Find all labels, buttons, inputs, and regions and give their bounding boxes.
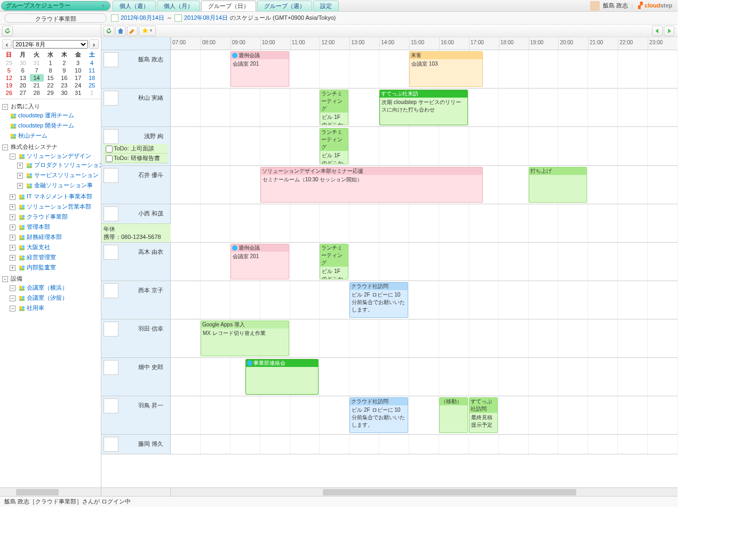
calendar-icon[interactable] xyxy=(111,14,118,22)
calendar-day[interactable]: 10 xyxy=(71,67,85,74)
tree-toggle[interactable]: − xyxy=(10,154,15,159)
tree-toggle[interactable]: − xyxy=(2,276,8,282)
person-avatar[interactable] xyxy=(104,283,118,298)
calendar-day[interactable]: 2 xyxy=(57,59,71,67)
app-selector-button[interactable]: グループスケジューラー▼ xyxy=(1,1,110,11)
calendar-day[interactable]: 29 xyxy=(2,59,16,67)
calendar-day[interactable]: 30 xyxy=(16,59,30,67)
tree-item[interactable]: cloudstep 開発チーム xyxy=(18,122,74,129)
calendar-day[interactable]: 30 xyxy=(57,89,71,97)
calendar-day[interactable]: 5 xyxy=(2,67,16,74)
person-avatar[interactable] xyxy=(104,129,118,144)
tree-toggle[interactable]: + xyxy=(10,245,15,251)
date-to-link[interactable]: 2012年08月14日 xyxy=(184,14,228,22)
tree-item[interactable]: 大阪支社 xyxy=(27,244,50,250)
person-name[interactable]: 羽田 信幸 xyxy=(121,322,163,333)
month-select[interactable]: 2012年 8月 xyxy=(13,40,88,49)
calendar-day[interactable]: 15 xyxy=(44,74,58,82)
allday-item[interactable]: ToDo: 研修報告書 xyxy=(104,154,168,163)
person-name[interactable]: 羽鳥 昇一 xyxy=(121,398,163,410)
person-name[interactable]: 飯島 政志 xyxy=(121,52,163,63)
tree-toggle[interactable]: − xyxy=(10,295,15,301)
refresh-button[interactable] xyxy=(2,26,13,36)
event-block[interactable]: （移動） xyxy=(439,397,468,433)
calendar-day[interactable]: 27 xyxy=(16,89,30,97)
tree-toggle[interactable]: − xyxy=(2,104,8,110)
timeline-lane[interactable]: ランチミーティングビル 1F のどこかすてっぷ社来訪次期 cloudstep サ… xyxy=(171,89,678,126)
tree-item[interactable]: プロダクトソリューション xyxy=(34,162,101,168)
timeline-lane[interactable]: 週例会議会議室 201来客会議室 103 xyxy=(171,50,678,88)
calendar-day[interactable]: 18 xyxy=(85,74,99,82)
todo-checkbox[interactable] xyxy=(106,146,113,153)
tree-item[interactable]: 会議室（横浜） xyxy=(27,284,68,291)
event-block[interactable]: ランチミーティングビル 1F のどこか xyxy=(320,90,348,125)
event-block[interactable]: すてっぷ社訪問最終見積提示予定 xyxy=(469,397,498,433)
tree-item[interactable]: 管理本部 xyxy=(27,223,50,230)
person-avatar[interactable] xyxy=(104,91,118,106)
timeline-lane[interactable] xyxy=(171,204,678,242)
person-name[interactable]: 小西 和茂 xyxy=(121,206,163,218)
view-tab[interactable]: 設定 xyxy=(313,1,339,11)
view-tab[interactable]: グループ（日） xyxy=(201,1,256,11)
next-day-button[interactable] xyxy=(664,26,674,36)
tree-item[interactable]: 金融ソリューション事 xyxy=(34,182,93,188)
tree-item[interactable]: ソリューションデザイン xyxy=(27,153,91,159)
timeline-lane[interactable]: ランチミーティングビル 1F のどこか xyxy=(171,127,678,165)
event-block[interactable]: 事業部連絡会 xyxy=(245,359,319,395)
view-tab[interactable]: 個人（週） xyxy=(113,1,156,11)
allday-item[interactable]: ToDo: 上司面談 xyxy=(104,144,168,154)
prev-day-button[interactable] xyxy=(652,26,663,36)
calendar-day[interactable]: 1 xyxy=(85,89,99,97)
date-from-link[interactable]: 2012年08月14日 xyxy=(121,14,164,22)
event-block[interactable]: 来客会議室 103 xyxy=(409,51,483,87)
sidebar-scrollbar[interactable] xyxy=(0,487,101,496)
favorite-button[interactable]: ▼ xyxy=(139,26,156,36)
calendar-day[interactable]: 14 xyxy=(30,74,44,82)
tree-toggle[interactable]: + xyxy=(10,204,15,210)
calendar-day[interactable]: 6 xyxy=(16,67,30,74)
edit-button[interactable] xyxy=(127,26,138,36)
tree-toggle[interactable]: + xyxy=(10,235,15,241)
tree-item[interactable]: cloudstep 運用チーム xyxy=(18,112,74,118)
tree-folder[interactable]: 設備 xyxy=(11,275,22,282)
person-avatar[interactable] xyxy=(104,437,118,452)
calendar-day[interactable]: 19 xyxy=(2,82,16,89)
event-block[interactable]: ソリューションデザイン本部セミナー応援セミナールーム（10:30 セッション開始… xyxy=(260,167,483,203)
calendar-day[interactable]: 3 xyxy=(71,59,85,67)
person-avatar[interactable] xyxy=(104,398,118,413)
tree-toggle[interactable]: + xyxy=(17,163,23,169)
department-selector[interactable]: クラウド事業部 xyxy=(4,13,107,23)
calendar-day[interactable]: 24 xyxy=(71,82,85,89)
event-block[interactable]: クラウド社訪問ビル 2F ロビーに 10 分前集合でお願いいたします。 xyxy=(349,397,408,433)
prev-month-button[interactable]: ‹ xyxy=(2,39,12,49)
tree-item[interactable]: 秋山チーム xyxy=(18,132,47,139)
event-block[interactable]: ランチミーティングビル 1F のどこか xyxy=(320,128,348,164)
tree-item[interactable]: 経営管理室 xyxy=(27,254,56,260)
tree-toggle[interactable]: − xyxy=(10,285,15,291)
tree-item[interactable]: 財務経理本部 xyxy=(27,234,62,240)
tree-item[interactable]: ソリューション営業本部 xyxy=(27,203,91,210)
person-avatar[interactable] xyxy=(104,206,118,221)
timeline-lane[interactable]: クラウド社訪問ビル 2F ロビーに 10 分前集合でお願いいたします。（移動）す… xyxy=(171,396,678,434)
person-avatar[interactable] xyxy=(104,168,118,183)
tree-item[interactable]: クラウド事業部 xyxy=(27,213,68,220)
tree-folder[interactable]: 株式会社システナ xyxy=(11,143,58,150)
person-avatar[interactable] xyxy=(104,245,118,260)
timeline-lane[interactable]: ソリューションデザイン本部セミナー応援セミナールーム（10:30 セッション開始… xyxy=(171,166,678,204)
person-avatar[interactable] xyxy=(104,360,118,375)
person-name[interactable]: 西本 京子 xyxy=(121,283,163,294)
calendar-day[interactable]: 4 xyxy=(85,59,99,67)
home-button[interactable] xyxy=(115,26,126,36)
calendar-day[interactable]: 17 xyxy=(71,74,85,82)
user-avatar[interactable] xyxy=(590,1,600,11)
event-block[interactable]: 週例会議会議室 201 xyxy=(231,51,289,87)
calendar-day[interactable]: 25 xyxy=(85,82,99,89)
event-block[interactable]: 打ち上げ xyxy=(529,167,587,203)
tree-item[interactable]: 社用車 xyxy=(27,305,44,311)
person-name[interactable]: 石井 優斗 xyxy=(121,168,163,179)
event-block[interactable]: すてっぷ社来訪次期 cloudstep サービスのリリースに向けた打ち合わせ xyxy=(379,90,468,125)
event-block[interactable]: Google Apps 導入MX レコード切り替え作業 xyxy=(201,321,289,356)
timeline-lane[interactable]: 事業部連絡会 xyxy=(171,358,678,396)
calendar-day[interactable]: 26 xyxy=(2,89,16,97)
person-name[interactable]: 藤岡 博久 xyxy=(121,437,163,448)
